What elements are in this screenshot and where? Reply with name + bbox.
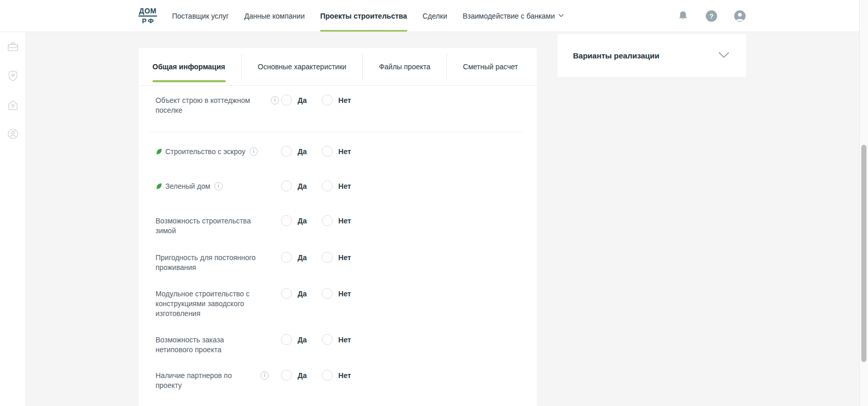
radio-yes[interactable]: [281, 215, 292, 226]
bell-icon[interactable]: [677, 10, 689, 22]
panel-title: Варианты реализации: [573, 51, 659, 60]
radio-yes-label: Да: [298, 253, 307, 262]
row-label: Модульное строительство с конструкциями …: [156, 289, 256, 319]
nav-item-service-provider[interactable]: Поставщик услуг: [164, 0, 237, 32]
radio-no-label: Нет: [338, 182, 351, 190]
info-icon[interactable]: i: [271, 96, 279, 104]
nav-item-company-data[interactable]: Данные компании: [237, 0, 313, 32]
nav-item-construction-projects[interactable]: Проекты строительства: [313, 0, 415, 32]
dom-rf-logo[interactable]: ДОМ РФ: [138, 7, 157, 24]
radio-no[interactable]: [322, 370, 333, 381]
radio-no[interactable]: [322, 252, 333, 263]
briefcase-icon[interactable]: [6, 40, 20, 54]
tab-general-info[interactable]: Общая информация: [138, 48, 241, 85]
leaf-icon: [156, 148, 162, 157]
active-tab-underline: [152, 80, 226, 82]
radio-no-label: Нет: [338, 371, 351, 380]
form-row-cottage-village: Объект строю в коттеджном поселке i Да Н…: [138, 96, 537, 115]
chevron-down-icon: [559, 14, 564, 18]
row-label: Зеленый дом: [165, 182, 210, 191]
radio-yes-label: Да: [298, 147, 307, 156]
radio-no-label: Нет: [338, 290, 351, 298]
top-header: ДОМ РФ Поставщик услуг Данные компании П…: [0, 0, 868, 32]
radio-yes[interactable]: [281, 334, 292, 345]
main-nav: Поставщик услуг Данные компании Проекты …: [164, 0, 571, 32]
radio-no[interactable]: [322, 334, 333, 345]
vertical-scrollbar: [859, 0, 868, 406]
radio-yes-label: Да: [298, 217, 307, 225]
radio-no[interactable]: [322, 95, 333, 106]
chevron-down-icon[interactable]: [718, 51, 730, 61]
radio-no[interactable]: [322, 215, 333, 226]
tab-estimate[interactable]: Сметный расчет: [447, 48, 534, 85]
nav-item-bank-interaction[interactable]: Взаимодействие с банками: [455, 0, 571, 32]
tab-main-characteristics[interactable]: Основные характеристики: [242, 48, 363, 85]
house-heart-icon[interactable]: [6, 98, 20, 112]
radio-yes[interactable]: [281, 95, 292, 106]
radio-yes-label: Да: [298, 96, 307, 104]
radio-yes-label: Да: [298, 290, 307, 298]
form-row-modular-construction: Модульное строительство с конструкциями …: [138, 289, 537, 319]
form-row-green-house: Зеленый дом i Да Нет: [138, 182, 537, 192]
radio-yes-label: Да: [298, 336, 307, 344]
radio-yes[interactable]: [281, 181, 292, 191]
radio-yes-label: Да: [298, 371, 307, 380]
radio-no-label: Нет: [338, 147, 351, 156]
form-row-escrow: Строительство с эскроу i Да Нет: [138, 147, 537, 157]
row-label: Возможность заказа нетипового проекта: [156, 335, 256, 355]
radio-no[interactable]: [322, 181, 333, 191]
logo-line1: ДОМ: [138, 7, 157, 17]
person-search-icon[interactable]: [6, 127, 20, 141]
radio-yes[interactable]: [281, 146, 292, 157]
scrollbar-thumb[interactable]: [861, 145, 866, 362]
form-row-custom-project-order: Возможность заказа нетипового проекта Да…: [138, 335, 537, 355]
tab-bar: Общая информация Основные характеристики…: [138, 48, 537, 86]
left-sidebar: [0, 32, 26, 406]
radio-yes[interactable]: [281, 288, 292, 299]
radio-no-label: Нет: [338, 217, 351, 225]
form-row-winter-construction: Возможность строительства зимой Да Нет: [138, 216, 537, 236]
row-label: Строительство с эскроу: [165, 147, 245, 157]
form-row-project-partners: Наличие партнеров по проекту i Да Нет: [138, 371, 537, 390]
radio-no[interactable]: [322, 146, 333, 157]
active-nav-underline: [320, 30, 407, 32]
tab-project-files[interactable]: Файлы проекта: [363, 48, 446, 85]
row-label: Возможность строительства зимой: [156, 216, 256, 236]
radio-yes[interactable]: [281, 370, 292, 381]
svg-text:?: ?: [709, 12, 714, 20]
row-label: Пригодность для постоянного проживания: [156, 253, 256, 273]
row-label: Наличие партнеров по проекту: [156, 371, 256, 390]
form-row-permanent-residence: Пригодность для постоянного проживания Д…: [138, 253, 537, 273]
shield-icon[interactable]: [6, 69, 20, 83]
avatar-icon[interactable]: [734, 10, 746, 22]
project-form-card: Общая информация Основные характеристики…: [138, 48, 537, 406]
implementation-options-panel[interactable]: Варианты реализации: [557, 34, 746, 77]
info-icon[interactable]: i: [214, 182, 223, 190]
radio-yes-label: Да: [298, 182, 307, 190]
logo-line2: РФ: [138, 17, 159, 24]
info-icon[interactable]: i: [250, 147, 258, 156]
leaf-icon: [156, 183, 162, 192]
info-icon[interactable]: i: [260, 371, 269, 380]
radio-no[interactable]: [322, 288, 333, 299]
row-label: Объект строю в коттеджном поселке: [156, 96, 256, 115]
radio-no-label: Нет: [338, 96, 351, 104]
section-divider: [150, 132, 522, 132]
radio-yes[interactable]: [281, 252, 292, 263]
help-icon[interactable]: ?: [705, 10, 718, 22]
header-icon-group: ?: [677, 0, 746, 32]
nav-item-deals[interactable]: Сделки: [415, 0, 455, 32]
radio-no-label: Нет: [338, 253, 351, 262]
radio-no-label: Нет: [338, 336, 351, 344]
